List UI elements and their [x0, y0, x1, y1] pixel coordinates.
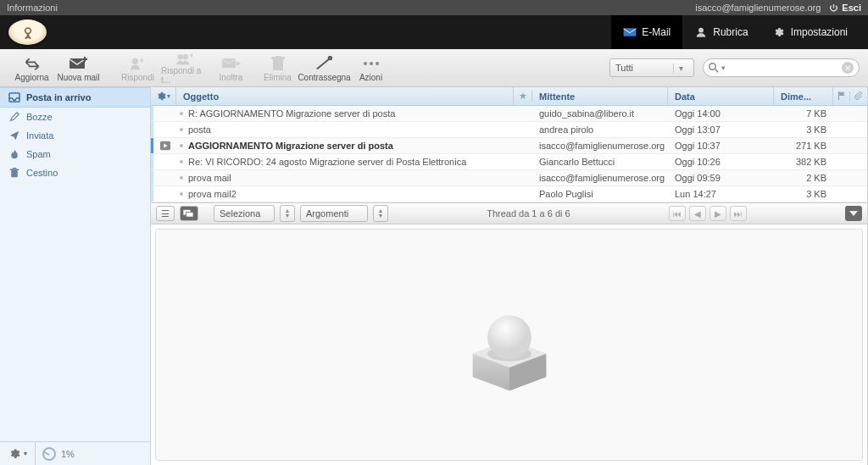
message-row[interactable]: prova mail2Paolo PuglisiLun 14:273 KB	[151, 186, 867, 202]
btn-contrassegna[interactable]: Contrassegna	[301, 51, 348, 85]
pencil-icon	[8, 112, 20, 122]
folder-sidebar: Posta in arrivo Bozze Inviata Spam Cesti…	[0, 87, 151, 465]
btn-aggiorna[interactable]: Aggiorna	[8, 51, 55, 85]
column-header-attachment[interactable]	[850, 91, 867, 102]
btn-elimina: Elimina	[254, 51, 301, 85]
svg-point-4	[131, 58, 137, 64]
gear-icon	[8, 447, 21, 460]
btn-rispondi-tutti: Rispondi a t...	[161, 51, 208, 85]
cell-subject: R: AGGIORNAMENTO Migrazione server di po…	[188, 108, 514, 119]
svg-rect-1	[624, 28, 637, 36]
column-header-dimensione[interactable]: Dime...	[774, 87, 833, 105]
svg-point-13	[370, 62, 373, 65]
btn-inoltra: Inoltra	[208, 51, 254, 85]
svg-rect-8	[273, 59, 283, 70]
nav-impostazioni[interactable]: Impostazioni	[760, 15, 860, 49]
svg-point-6	[182, 54, 187, 59]
select-dropdown[interactable]: Seleziona	[214, 205, 275, 222]
search-icon	[709, 63, 719, 73]
cell-subject: Re: VI RICORDO: 24 agosto Migrazione ser…	[188, 157, 514, 167]
message-row[interactable]: R: AGGIORNAMENTO Migrazione server di po…	[151, 106, 867, 122]
column-header-mittente[interactable]: Mittente	[532, 87, 668, 105]
cell-date: Oggi 13:07	[668, 125, 774, 135]
svg-point-11	[328, 56, 331, 59]
gear-icon	[156, 91, 167, 102]
btn-nuova-mail[interactable]: Nuova mail	[55, 51, 102, 85]
empty-preview-icon	[454, 290, 565, 400]
column-settings-button[interactable]: ▾	[151, 87, 176, 105]
filter-dropdown[interactable]: Tutti ▾	[609, 58, 694, 77]
message-row[interactable]: Re: VI RICORDO: 24 agosto Migrazione ser…	[151, 154, 867, 170]
search-clear-button[interactable]: ✕	[842, 62, 854, 74]
cell-from: andrea pirolo	[532, 125, 668, 135]
select-stepper[interactable]: ▲▼	[280, 205, 295, 222]
svg-point-5	[177, 54, 182, 59]
svg-rect-20	[837, 91, 838, 100]
preview-pane	[155, 229, 863, 461]
cell-from: Paolo Puglisi	[532, 189, 668, 199]
folder-trash[interactable]: Cestino	[0, 163, 150, 182]
email-icon	[623, 26, 637, 38]
quota-indicator: 1%	[36, 447, 75, 461]
nav-rubrica[interactable]: Rubrica	[682, 15, 760, 49]
cell-from: Giancarlo Bettucci	[532, 157, 668, 167]
view-thread-button[interactable]	[180, 206, 198, 221]
svg-rect-23	[186, 212, 193, 217]
cell-subject: prova mail2	[188, 189, 514, 199]
person-icon	[694, 26, 708, 38]
forwarded-icon	[159, 141, 171, 151]
cell-date: Oggi 10:37	[668, 141, 774, 151]
chevron-down-icon: ▾	[721, 64, 726, 72]
fire-icon	[8, 149, 20, 159]
folder-settings-button[interactable]: ▾	[0, 442, 36, 465]
svg-point-15	[709, 64, 716, 70]
nav-email[interactable]: E-Mail	[611, 15, 682, 49]
view-list-button[interactable]: ☰	[156, 206, 175, 221]
sent-icon	[8, 130, 20, 141]
page-next-button[interactable]: ▶	[709, 206, 726, 221]
thread-info: Thread da 1 a 6 di 6	[487, 208, 570, 219]
column-header-flag[interactable]	[833, 91, 850, 102]
logout-button[interactable]: Esci	[829, 3, 861, 13]
folder-sent[interactable]: Inviata	[0, 126, 150, 145]
column-header-oggetto[interactable]: Oggetto	[176, 87, 514, 105]
folder-spam[interactable]: Spam	[0, 145, 150, 163]
cell-date: Oggi 10:26	[668, 157, 774, 167]
user-email: isacco@famiglienumerose.org	[695, 3, 821, 13]
column-header-data[interactable]: Data	[668, 87, 774, 105]
infobar-title[interactable]: Informazioni	[7, 3, 58, 13]
svg-point-12	[364, 62, 367, 65]
folder-drafts[interactable]: Bozze	[0, 108, 150, 126]
page-prev-button[interactable]: ◀	[689, 206, 706, 221]
listbar-menu-button[interactable]	[845, 206, 862, 221]
column-header-star[interactable]: ★	[514, 91, 532, 102]
cell-size: 3 KB	[774, 125, 833, 135]
btn-azioni[interactable]: Azioni	[348, 51, 394, 85]
chevron-updown-icon: ▾	[673, 64, 688, 73]
svg-rect-18	[10, 169, 19, 171]
search-input[interactable]: ▾ ✕	[703, 58, 860, 77]
svg-rect-10	[275, 56, 281, 58]
page-first-button[interactable]: ⏮	[669, 206, 686, 221]
message-row[interactable]: prova mailisacco@famiglienumerose.orgOgg…	[151, 170, 867, 186]
cell-size: 7 KB	[774, 108, 833, 119]
svg-point-2	[698, 28, 704, 33]
cell-subject: prova mail	[188, 173, 514, 183]
folder-inbox[interactable]: Posta in arrivo	[0, 87, 150, 108]
page-last-button[interactable]: ⏭	[730, 206, 747, 221]
cell-subject: AGGIORNAMENTO Migrazione server di posta	[188, 141, 514, 151]
gauge-icon	[42, 447, 56, 461]
app-logo[interactable]	[8, 19, 47, 45]
argomenti-dropdown[interactable]: Argomenti	[300, 205, 368, 222]
argomenti-stepper[interactable]: ▲▼	[373, 205, 388, 222]
cell-size: 382 KB	[774, 157, 833, 167]
cell-subject: posta	[188, 125, 514, 135]
inbox-icon	[8, 92, 20, 102]
message-row[interactable]: AGGIORNAMENTO Migrazione server di posta…	[151, 138, 867, 154]
message-row[interactable]: postaandrea piroloOggi 13:073 KB	[151, 122, 867, 138]
btn-rispondi: Rispondi	[114, 51, 161, 85]
svg-rect-17	[11, 170, 18, 177]
cell-size: 271 KB	[774, 141, 833, 151]
cell-date: Oggi 14:00	[668, 108, 774, 119]
gear-icon	[772, 26, 786, 38]
